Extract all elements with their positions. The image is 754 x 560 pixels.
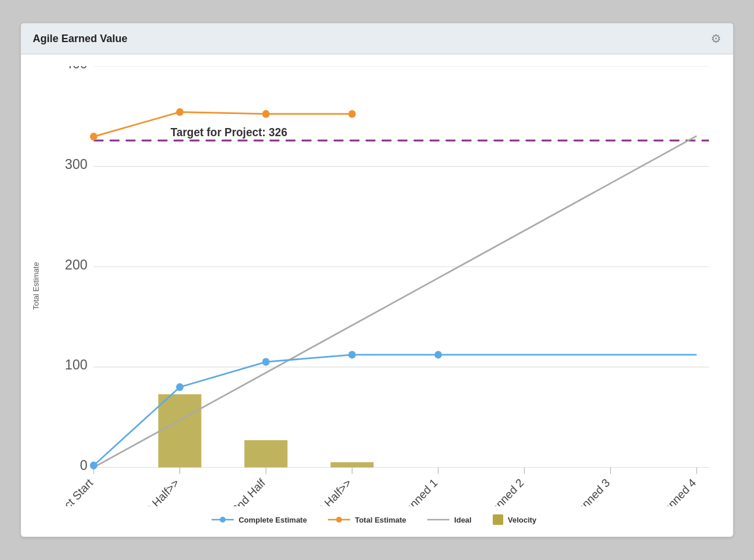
svg-text:Month B 2nd Half: Month B 2nd Half: [198, 476, 268, 506]
complete-estimate-dot-4: [434, 351, 442, 358]
total-estimate-dot-3: [348, 110, 356, 117]
legend-complete-estimate: Complete Estimate: [212, 516, 307, 524]
total-estimate-dot-1: [176, 108, 184, 116]
gear-icon[interactable]: ⚙: [711, 32, 721, 46]
complete-estimate-dot-3: [348, 351, 356, 358]
total-estimate-dot-2: [262, 110, 270, 117]
svg-point-29: [220, 517, 226, 523]
complete-estimate-dot-2: [262, 358, 270, 365]
svg-text:<<Month C 1st Half>>: <<Month C 1st Half>>: [268, 476, 354, 506]
svg-text:Unplanned 4: Unplanned 4: [645, 476, 698, 506]
chart-container: Total Estimate 0 100 200 300: [27, 66, 721, 506]
total-estimate-dot-0: [90, 133, 98, 140]
svg-text:Unplanned 3: Unplanned 3: [559, 476, 612, 506]
svg-text:200: 200: [65, 256, 88, 272]
svg-point-31: [336, 517, 342, 523]
legend-complete-estimate-icon: [212, 516, 234, 524]
complete-estimate-dot-0: [90, 462, 98, 469]
agile-earned-value-card: Agile Earned Value ⚙ Total Estimate 0: [20, 23, 734, 537]
svg-text:Project Start: Project Start: [44, 476, 95, 506]
ideal-line: [94, 136, 697, 468]
legend-velocity: Velocity: [493, 514, 537, 525]
chart-inner: 0 100 200 300 400 Project S: [44, 66, 721, 506]
chart-area: Total Estimate 0 100 200 300: [21, 54, 733, 537]
svg-text:400: 400: [65, 66, 88, 72]
legend-ideal: Ideal: [427, 516, 472, 524]
y-axis-label: Total Estimate: [27, 66, 44, 506]
velocity-bar-2: [244, 440, 288, 468]
legend-total-estimate-icon: [328, 516, 350, 524]
page-title: Agile Earned Value: [33, 33, 127, 45]
main-chart-svg: 0 100 200 300 400 Project S: [44, 66, 721, 506]
complete-estimate-dot-1: [176, 383, 184, 391]
svg-text:0: 0: [80, 457, 88, 473]
svg-text:Unplanned 2: Unplanned 2: [473, 476, 526, 506]
svg-text:300: 300: [65, 156, 88, 172]
legend-total-estimate: Total Estimate: [328, 516, 406, 524]
svg-text:Target for Project: 326: Target for Project: 326: [171, 125, 288, 139]
legend-ideal-icon: [427, 516, 449, 524]
velocity-bar-1: [158, 394, 202, 467]
velocity-bar-3: [331, 462, 374, 468]
chart-legend: Complete Estimate Total Estimate Ideal V…: [27, 506, 721, 531]
svg-text:Unplanned 1: Unplanned 1: [386, 476, 440, 506]
svg-text:100: 100: [65, 357, 88, 373]
svg-text:<<Month B 1st Half>>: <<Month B 1st Half>>: [96, 476, 181, 506]
legend-velocity-box: [493, 514, 503, 525]
card-header: Agile Earned Value ⚙: [21, 23, 733, 54]
